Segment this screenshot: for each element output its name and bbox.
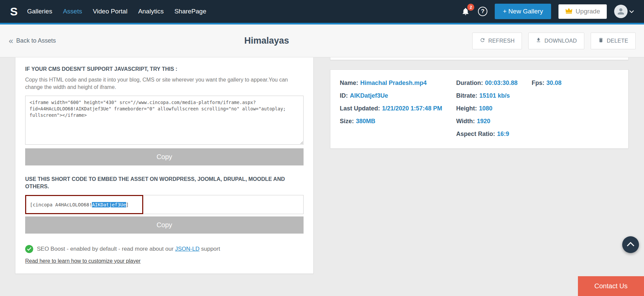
copy-iframe-button[interactable]: Copy: [25, 148, 304, 165]
json-ld-link[interactable]: JSON-LD: [175, 246, 200, 252]
meta-value: 00:03:30.88: [485, 80, 518, 86]
meta-value: 1/21/2020 1:57:48 PM: [382, 105, 442, 112]
header-actions: REFRESH DOWNLOAD DELETE: [472, 33, 636, 49]
delete-button[interactable]: DELETE: [591, 33, 636, 49]
nav-item-assets[interactable]: Assets: [63, 8, 82, 15]
shortcode-prefix: [cincopa A4HAcLOLOO68!: [30, 202, 92, 207]
iframe-code-textarea[interactable]: <iframe width="600" height="430" src="//…: [25, 96, 304, 145]
topbar-right: 2 ? + New Gallery Upgrade: [461, 4, 634, 19]
metadata-panel: Name:Himachal Pradesh.mp4ID:AIKDatjef3Ue…: [330, 69, 629, 149]
meta-col-1: Name:Himachal Pradesh.mp4ID:AIKDatjef3Ue…: [340, 77, 456, 140]
shortcode-heading: USE THIS SHORT CODE TO EMBED THE ASSET O…: [25, 176, 304, 190]
meta-row: Name:Himachal Pradesh.mp4: [340, 77, 456, 89]
refresh-button[interactable]: REFRESH: [472, 33, 522, 49]
meta-label: Name:: [340, 80, 358, 86]
meta-row: Height:1080: [456, 102, 532, 115]
question-icon: ?: [481, 8, 484, 15]
meta-label: Fps:: [532, 80, 544, 86]
chevron-down-icon: [629, 8, 634, 14]
meta-value: 16:9: [497, 131, 509, 137]
meta-row: Aspect Ratio:16:9: [456, 128, 532, 140]
meta-label: Duration:: [456, 80, 483, 86]
meta-label: Bitrate:: [456, 92, 477, 99]
seo-boost-row: SEO Boost - enabled by default - read mo…: [25, 245, 304, 253]
meta-row: Bitrate:15101 kb/s: [456, 89, 532, 102]
back-to-assets-link[interactable]: « Back to Assets: [9, 37, 56, 45]
download-icon: [536, 37, 541, 44]
meta-label: Width:: [456, 118, 475, 125]
meta-label: Aspect Ratio:: [456, 131, 495, 137]
crown-icon: [565, 8, 573, 15]
trash-icon: [598, 37, 604, 44]
page-title: Himalayas: [244, 36, 289, 46]
download-label: DOWNLOAD: [544, 38, 577, 44]
main-content: IF YOUR CMS DOESN'T SUPPORT JAVASCRIPT, …: [0, 57, 644, 274]
refresh-icon: [480, 37, 485, 44]
meta-row: Width:1920: [456, 115, 532, 128]
meta-row: Last Updated:1/21/2020 1:57:48 PM: [340, 102, 456, 115]
upgrade-label: Upgrade: [576, 8, 600, 15]
meta-value: 380MB: [356, 118, 375, 125]
cms-description: Copy this HTML code and paste it into yo…: [25, 76, 299, 91]
seo-boost-text: SEO Boost - enabled by default - read mo…: [37, 246, 220, 252]
delete-label: DELETE: [607, 38, 628, 44]
page-header: « Back to Assets Himalayas REFRESH DOWNL…: [0, 24, 644, 57]
meta-label: Size:: [340, 118, 354, 125]
shortcode-selected-text: AIKDatjef3Ue: [92, 202, 126, 207]
notifications-button[interactable]: 2: [461, 7, 471, 16]
meta-row: ID:AIKDatjef3Ue: [340, 89, 456, 102]
nav-menu: GalleriesAssetsVideo PortalAnalyticsShar…: [27, 8, 217, 15]
avatar: [614, 5, 628, 18]
scroll-to-top-button[interactable]: [622, 236, 639, 253]
nav-item-sharepage[interactable]: SharePage: [174, 8, 206, 15]
download-button[interactable]: DOWNLOAD: [528, 33, 584, 49]
account-menu[interactable]: [614, 5, 634, 18]
meta-row: Fps:30.08: [532, 77, 619, 89]
previous-card-edge: [330, 57, 629, 60]
nav-item-video-portal[interactable]: Video Portal: [93, 8, 127, 15]
notification-badge: 2: [467, 4, 474, 11]
check-icon: [25, 245, 33, 253]
meta-value: 1080: [479, 105, 492, 112]
shortcode-suffix: ]: [126, 202, 129, 207]
cincopa-logo[interactable]: S: [10, 6, 18, 17]
bell-icon: [461, 11, 470, 17]
meta-value: 15101 kb/s: [479, 92, 510, 99]
shortcode-text[interactable]: [cincopa A4HAcLOLOO68!AIKDatjef3Ue]: [25, 202, 129, 207]
meta-label: Last Updated:: [340, 105, 380, 112]
upgrade-button[interactable]: Upgrade: [558, 4, 607, 19]
nav-item-galleries[interactable]: Galleries: [27, 8, 52, 15]
top-navbar: S GalleriesAssetsVideo PortalAnalyticsSh…: [0, 0, 644, 24]
embed-panel: IF YOUR CMS DOESN'T SUPPORT JAVASCRIPT, …: [15, 57, 314, 274]
help-button[interactable]: ?: [478, 7, 487, 16]
contact-us-button[interactable]: Contact Us: [578, 276, 644, 296]
meta-label: ID:: [340, 92, 348, 99]
double-chevron-left-icon: «: [9, 37, 13, 45]
meta-row: Size:380MB: [340, 115, 456, 128]
meta-label: Height:: [456, 105, 477, 112]
shortcode-field[interactable]: [cincopa A4HAcLOLOO68!AIKDatjef3Ue]: [25, 195, 304, 214]
copy-shortcode-button[interactable]: Copy: [25, 216, 304, 234]
meta-value: 30.08: [546, 80, 561, 86]
right-column: Name:Himachal Pradesh.mp4ID:AIKDatjef3Ue…: [330, 57, 629, 149]
meta-value: 1920: [477, 118, 490, 125]
meta-value: AIKDatjef3Ue: [350, 92, 388, 99]
refresh-label: REFRESH: [488, 38, 515, 44]
meta-row: Duration:00:03:30.88: [456, 77, 532, 89]
chevron-up-icon: [627, 242, 635, 248]
nav-item-analytics[interactable]: Analytics: [138, 8, 164, 15]
cms-heading: IF YOUR CMS DOESN'T SUPPORT JAVASCRIPT, …: [25, 65, 304, 73]
meta-col-3: Fps:30.08: [532, 77, 619, 140]
customize-player-link[interactable]: Read here to learn how to customize your…: [25, 258, 141, 264]
new-gallery-button[interactable]: + New Gallery: [495, 4, 551, 19]
back-label: Back to Assets: [16, 37, 56, 44]
meta-value: Himachal Pradesh.mp4: [360, 80, 427, 86]
meta-col-2: Duration:00:03:30.88Bitrate:15101 kb/sHe…: [456, 77, 532, 140]
